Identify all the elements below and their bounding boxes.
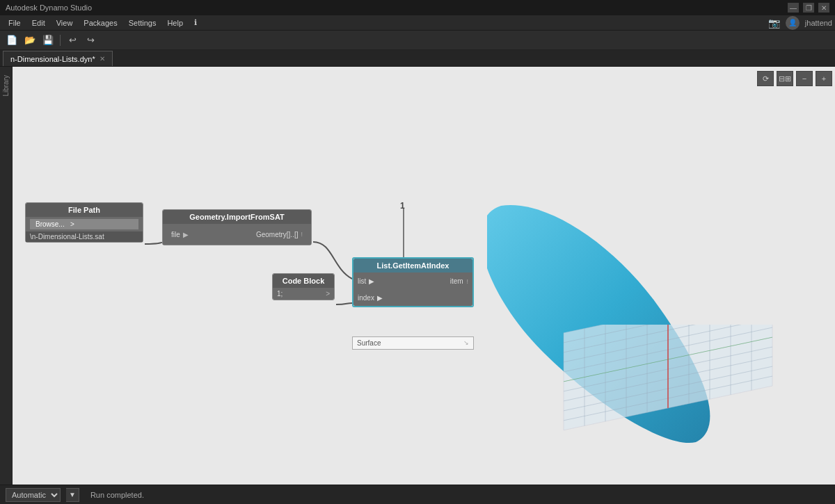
getitem-list-label: list <box>358 277 366 285</box>
canvas-fit-button[interactable]: ⊟⊞ <box>777 71 793 86</box>
number-label: 1 <box>400 201 405 211</box>
getitem-item-label: item ! <box>450 277 468 285</box>
canvas-zoom-out-button[interactable]: − <box>796 71 813 86</box>
restore-button[interactable]: ❐ <box>803 3 814 13</box>
undo-button[interactable]: ↩ <box>65 33 80 48</box>
status-text: Run completed. <box>90 491 144 499</box>
browse-row: Browse... > <box>26 217 143 231</box>
surface-resize-icon: ↘ <box>463 339 469 346</box>
sidebar-library-label[interactable]: Library <box>1 72 11 99</box>
toolbar-right: 📷 👤 jhattend <box>768 16 832 30</box>
getitem-list-arrow: ▶ <box>369 277 374 285</box>
canvas-zoom-in-button[interactable]: + <box>816 71 832 86</box>
svg-rect-2 <box>564 325 772 430</box>
sidebar: Library <box>0 67 13 485</box>
menu-settings[interactable]: Settings <box>123 17 162 29</box>
run-mode-select[interactable]: Automatic <box>6 488 61 502</box>
getitem-index-left: index ▶ <box>358 294 383 302</box>
menu-file[interactable]: File <box>3 17 26 29</box>
tabbar: n-Dimensional-Lists.dyn* ✕ <box>0 50 835 67</box>
menu-view[interactable]: View <box>51 17 79 29</box>
menubar: File Edit View Packages Settings Help ℹ … <box>0 15 835 31</box>
code-output-arrow: > <box>326 290 330 298</box>
geo-output-indicator: ! <box>301 231 303 238</box>
node-codeblock-body: 1; > <box>273 288 334 300</box>
svg-line-8 <box>564 347 772 391</box>
save-button[interactable]: 💾 <box>40 33 56 48</box>
menu-info[interactable]: ℹ <box>189 17 202 29</box>
geo-output-label: Geometry[]..[] <box>256 231 299 238</box>
tab-main[interactable]: n-Dimensional-Lists.dyn* ✕ <box>3 51 113 66</box>
camera-icon: 📷 <box>768 17 780 29</box>
canvas[interactable]: ⟳ ⊟⊞ − + 1 File Path Brow <box>13 67 835 485</box>
canvas-toolbar: ⟳ ⊟⊞ − + <box>757 71 832 86</box>
node-getitem-header: List.GetItemAtIndex <box>353 259 472 273</box>
canvas-nav-button[interactable]: ⟳ <box>757 71 774 86</box>
geo-left-ports: file ▶ <box>163 224 237 245</box>
node-geometry-header: Geometry.ImportFromSAT <box>163 210 311 224</box>
getitem-index-arrow: ▶ <box>377 294 383 302</box>
svg-line-4 <box>564 325 772 352</box>
tab-close-button[interactable]: ✕ <box>100 55 105 63</box>
menu-packages[interactable]: Packages <box>78 17 122 29</box>
node-getitem[interactable]: List.GetItemAtIndex list ▶ item ! index <box>352 257 474 307</box>
node-filepath-header: File Path <box>26 203 143 217</box>
getitem-index-label: index <box>358 294 374 302</box>
node-geometry-body: file ▶ Geometry[]..[] ! <box>163 224 311 245</box>
new-button[interactable]: 📄 <box>4 33 19 48</box>
redo-button[interactable]: ↪ <box>83 33 98 48</box>
node-geometry[interactable]: Geometry.ImportFromSAT file ▶ Geometry[]… <box>162 209 312 245</box>
svg-line-22 <box>564 337 772 382</box>
menu-edit[interactable]: Edit <box>26 17 51 29</box>
code-value: 1; <box>277 290 326 298</box>
titlebar-controls: — ❐ ✕ <box>788 3 829 13</box>
close-button[interactable]: ✕ <box>818 3 829 13</box>
svg-line-11 <box>564 376 772 421</box>
toolbar-separator <box>60 35 61 46</box>
menu-help[interactable]: Help <box>161 17 189 29</box>
titlebar: Autodesk Dynamo Studio — ❐ ✕ <box>0 0 835 15</box>
svg-line-3 <box>564 325 772 343</box>
svg-line-6 <box>564 327 772 372</box>
getitem-list-left: list ▶ <box>358 277 374 285</box>
statusbar: Automatic ▼ Run completed. <box>0 485 835 504</box>
surface-3d-shape <box>487 185 738 449</box>
code-value-row: 1; > <box>273 288 334 300</box>
getitem-output-indicator: ! <box>466 278 468 285</box>
node-codeblock[interactable]: Code Block 1; > <box>272 273 335 300</box>
browse-button[interactable]: Browse... > <box>30 219 138 229</box>
filepath-value: \n-Dimensional-Lists.sat <box>26 231 143 242</box>
user-avatar: 👤 <box>786 16 800 30</box>
node-getitem-body: list ▶ item ! index ▶ <box>353 273 472 306</box>
grid-3d-floor <box>557 325 779 450</box>
minimize-button[interactable]: — <box>788 3 799 13</box>
geo-input-row: file ▶ <box>167 227 233 242</box>
getitem-list-row: list ▶ item ! <box>353 273 472 289</box>
node-filepath-body: Browse... > \n-Dimensional-Lists.sat <box>26 217 143 242</box>
getitem-index-row: index ▶ <box>353 289 472 306</box>
node-filepath[interactable]: File Path Browse... > \n-Dimensional-Lis… <box>25 202 143 243</box>
open-button[interactable]: 📂 <box>22 33 38 48</box>
surface-label: Surface ↘ <box>352 336 474 350</box>
geo-right-ports: Geometry[]..[] ! <box>237 224 312 245</box>
tab-label: n-Dimensional-Lists.dyn* <box>10 55 95 63</box>
titlebar-title: Autodesk Dynamo Studio <box>6 3 92 12</box>
geo-output-row: Geometry[]..[] ! <box>241 227 308 242</box>
toolbar: 📄 📂 💾 ↩ ↪ <box>0 31 835 50</box>
svg-line-5 <box>564 325 772 362</box>
username: jhattend <box>805 19 832 27</box>
main-area: Library ⟳ ⊟⊞ − + 1 File Path <box>0 67 835 485</box>
svg-line-10 <box>564 366 772 411</box>
geo-input-label: file <box>171 231 180 238</box>
svg-line-9 <box>564 357 772 401</box>
node-codeblock-header: Code Block <box>273 274 334 288</box>
run-dropdown-button[interactable]: ▼ <box>66 488 79 502</box>
geo-input-arrow: ▶ <box>183 231 189 238</box>
svg-line-7 <box>564 337 772 382</box>
